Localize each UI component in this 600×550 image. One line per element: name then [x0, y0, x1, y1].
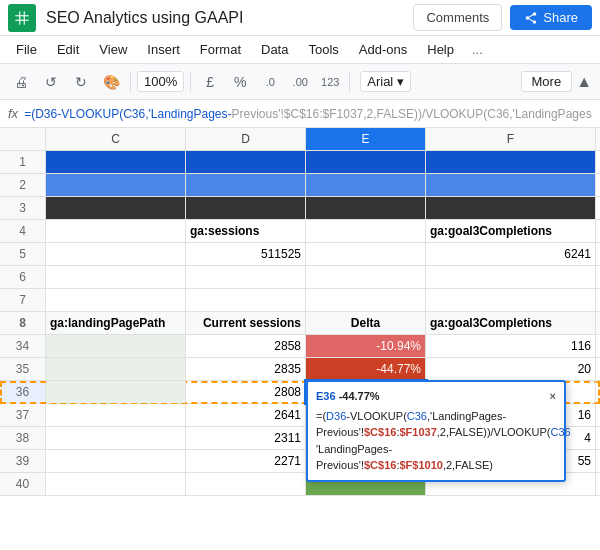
cell-c38[interactable] — [46, 427, 186, 449]
popup-close-button[interactable]: × — [550, 388, 556, 405]
menu-more-dots[interactable]: ... — [466, 39, 489, 60]
decimal-up-button[interactable]: .0 — [257, 69, 283, 95]
row-num-40: 40 — [0, 473, 46, 495]
cell-f34[interactable]: 116 — [426, 335, 596, 357]
row-34: 34 2858 -10.94% 116 — [0, 335, 600, 358]
cell-c2[interactable] — [46, 174, 186, 196]
comments-button[interactable]: Comments — [413, 4, 502, 31]
cell-c35[interactable] — [46, 358, 186, 380]
cell-e1[interactable] — [306, 151, 426, 173]
cell-d35[interactable]: 2835 — [186, 358, 306, 380]
menu-edit[interactable]: Edit — [49, 39, 87, 60]
cell-f8[interactable]: ga:goal3Completions — [426, 312, 596, 334]
doc-title: SEO Analytics using GAAPI — [46, 9, 413, 27]
cell-f2[interactable] — [426, 174, 596, 196]
cell-c40[interactable] — [46, 473, 186, 495]
cell-d7[interactable] — [186, 289, 306, 311]
cell-d8[interactable]: Current sessions — [186, 312, 306, 334]
cell-f35[interactable]: 20 — [426, 358, 596, 380]
cell-e6[interactable] — [306, 266, 426, 288]
decimal-down-button[interactable]: .00 — [287, 69, 313, 95]
cell-d4[interactable]: ga:sessions — [186, 220, 306, 242]
row-num-34: 34 — [0, 335, 46, 357]
menu-format[interactable]: Format — [192, 39, 249, 60]
menu-tools[interactable]: Tools — [300, 39, 346, 60]
formula-icon: fx — [8, 106, 18, 121]
menu-help[interactable]: Help — [419, 39, 462, 60]
cell-e35[interactable]: -44.77% E36 -44.77% × =(D36-VLOOKUP(C36,… — [306, 358, 426, 380]
cell-f5[interactable]: 6241 — [426, 243, 596, 265]
paint-format-button[interactable]: 🎨 — [98, 69, 124, 95]
menu-insert[interactable]: Insert — [139, 39, 188, 60]
cell-f4[interactable]: ga:goal3Completions — [426, 220, 596, 242]
row-num-38: 38 — [0, 427, 46, 449]
menu-view[interactable]: View — [91, 39, 135, 60]
cell-c7[interactable] — [46, 289, 186, 311]
cell-d37[interactable]: 2641 — [186, 404, 306, 426]
toolbar-divider-2 — [190, 72, 191, 92]
cell-d1[interactable] — [186, 151, 306, 173]
formula-blue-part: =(D36-VLOOKUP(C36,'LandingPages- — [24, 107, 231, 121]
percent-button[interactable]: % — [227, 69, 253, 95]
undo-button[interactable]: ↺ — [38, 69, 64, 95]
menu-file[interactable]: File — [8, 39, 45, 60]
cell-e3[interactable] — [306, 197, 426, 219]
row-num-36: 36 — [0, 381, 46, 403]
font-family-selector[interactable]: Arial ▾ — [360, 71, 411, 92]
row-4: 4 ga:sessions ga:goal3Completions — [0, 220, 600, 243]
cell-c1[interactable] — [46, 151, 186, 173]
cell-f1[interactable] — [426, 151, 596, 173]
cell-c37[interactable] — [46, 404, 186, 426]
col-header-e[interactable]: E — [306, 128, 426, 150]
cell-c5[interactable] — [46, 243, 186, 265]
row-5: 5 511525 6241 — [0, 243, 600, 266]
cell-f6[interactable] — [426, 266, 596, 288]
cell-d36[interactable]: 2808 — [186, 381, 306, 403]
formula-bar: fx =(D36-VLOOKUP(C36,'LandingPages-Previ… — [0, 100, 600, 128]
cell-e4[interactable] — [306, 220, 426, 242]
cell-c8[interactable]: ga:landingPagePath — [46, 312, 186, 334]
cell-d2[interactable] — [186, 174, 306, 196]
cell-e34[interactable]: -10.94% — [306, 335, 426, 357]
row-35: 35 2835 -44.77% E36 -44.77% × =(D36-VLOO… — [0, 358, 600, 381]
spreadsheet-grid: C D E F 1 2 3 4 ga:sessions ga:goal3Comp… — [0, 128, 600, 496]
menu-data[interactable]: Data — [253, 39, 296, 60]
cell-c39[interactable] — [46, 450, 186, 472]
col-header-c[interactable]: C — [46, 128, 186, 150]
cell-c34[interactable] — [46, 335, 186, 357]
row-num-header-spacer — [0, 128, 46, 150]
cell-d5[interactable]: 511525 — [186, 243, 306, 265]
row-num-4: 4 — [0, 220, 46, 242]
cell-e8[interactable]: Delta — [306, 312, 426, 334]
cell-c4[interactable] — [46, 220, 186, 242]
cell-d34[interactable]: 2858 — [186, 335, 306, 357]
cell-d39[interactable]: 2271 — [186, 450, 306, 472]
row-num-35: 35 — [0, 358, 46, 380]
collapse-toolbar-button[interactable]: ▲ — [576, 73, 592, 91]
share-button[interactable]: Share — [510, 5, 592, 30]
cell-c6[interactable] — [46, 266, 186, 288]
cell-d3[interactable] — [186, 197, 306, 219]
zoom-selector[interactable]: 100% — [137, 71, 184, 92]
cell-e7[interactable] — [306, 289, 426, 311]
cell-e5[interactable] — [306, 243, 426, 265]
col-header-d[interactable]: D — [186, 128, 306, 150]
print-button[interactable]: 🖨 — [8, 69, 34, 95]
redo-button[interactable]: ↻ — [68, 69, 94, 95]
menu-addons[interactable]: Add-ons — [351, 39, 415, 60]
cell-f3[interactable] — [426, 197, 596, 219]
format-123-button[interactable]: 123 — [317, 69, 343, 95]
cell-c3[interactable] — [46, 197, 186, 219]
col-header-f[interactable]: F — [426, 128, 596, 150]
cell-c36[interactable] — [46, 381, 186, 403]
cell-f7[interactable] — [426, 289, 596, 311]
cell-d38[interactable]: 2311 — [186, 427, 306, 449]
currency-button[interactable]: £ — [197, 69, 223, 95]
more-button[interactable]: More — [521, 71, 573, 92]
row-num-7: 7 — [0, 289, 46, 311]
cell-e2[interactable] — [306, 174, 426, 196]
cell-d40[interactable] — [186, 473, 306, 495]
row-num-39: 39 — [0, 450, 46, 472]
formula-content[interactable]: =(D36-VLOOKUP(C36,'LandingPages-Previous… — [24, 107, 592, 121]
cell-d6[interactable] — [186, 266, 306, 288]
